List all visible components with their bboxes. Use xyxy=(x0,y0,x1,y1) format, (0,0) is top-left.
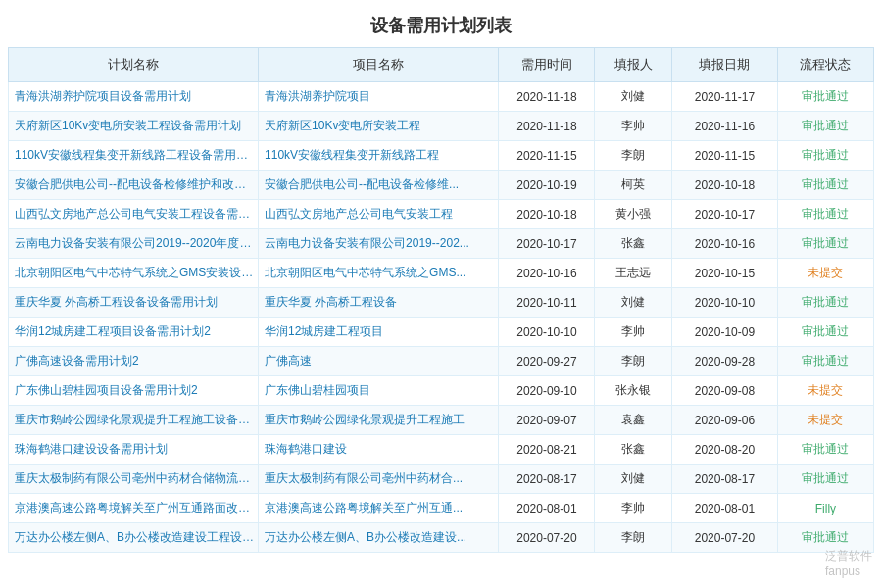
col-header-time: 需用时间 xyxy=(499,48,595,82)
col-header-project: 项目名称 xyxy=(259,48,499,82)
table-row: 重庆太极制药有限公司亳州中药材合储物流基...重庆太极制药有限公司亳州中药材合.… xyxy=(9,465,874,494)
cell-plan[interactable]: 天府新区10Kv变电所安装工程设备需用计划 xyxy=(9,112,259,141)
cell-plan[interactable]: 安徽合肥供电公司--配电设备检修维护和改造... xyxy=(9,171,259,200)
cell-status: 未提交 xyxy=(777,376,873,406)
cell-date: 2020-09-08 xyxy=(671,376,777,406)
cell-reporter: 李朗 xyxy=(595,141,671,171)
cell-status: 审批通过 xyxy=(777,435,873,465)
cell-time: 2020-11-18 xyxy=(499,112,595,141)
cell-reporter: 刘健 xyxy=(595,82,671,112)
table-row: 华润12城房建工程项目设备需用计划2华润12城房建工程项目2020-10-10李… xyxy=(9,318,874,347)
cell-plan[interactable]: 重庆市鹅岭公园绿化景观提升工程施工设备需... xyxy=(9,406,259,435)
cell-date: 2020-10-09 xyxy=(671,318,777,347)
cell-time: 2020-09-27 xyxy=(499,347,595,376)
cell-reporter: 张鑫 xyxy=(595,435,671,465)
cell-date: 2020-10-15 xyxy=(671,259,777,288)
cell-plan[interactable]: 110kV安徽线程集变开新线路工程设备需用计划 xyxy=(9,141,259,171)
main-table: 计划名称 项目名称 需用时间 填报人 填报日期 流程状态 青海洪湖养护院项目设备… xyxy=(8,47,874,553)
table-row: 万达办公楼左侧A、B办公楼改造建设工程设备...万达办公楼左侧A、B办公楼改造建… xyxy=(9,523,874,553)
col-header-reporter: 填报人 xyxy=(595,48,671,82)
table-row: 重庆华夏 外高桥工程设备设备需用计划重庆华夏 外高桥工程设备2020-10-11… xyxy=(9,288,874,318)
cell-date: 2020-08-01 xyxy=(671,494,777,523)
table-row: 北京朝阳区电气中芯特气系统之GMS安装设备...北京朝阳区电气中芯特气系统之GM… xyxy=(9,259,874,288)
cell-plan[interactable]: 珠海鹤港口建设设备需用计划 xyxy=(9,435,259,465)
cell-project[interactable]: 重庆华夏 外高桥工程设备 xyxy=(259,288,499,318)
table-row: 云南电力设备安装有限公司2019--2020年度芳...云南电力设备安装有限公司… xyxy=(9,229,874,259)
cell-project[interactable]: 山西弘文房地产总公司电气安装工程 xyxy=(259,200,499,229)
cell-reporter: 柯英 xyxy=(595,171,671,200)
cell-status: 审批通过 xyxy=(777,465,873,494)
cell-project[interactable]: 110kV安徽线程集变开新线路工程 xyxy=(259,141,499,171)
cell-time: 2020-10-17 xyxy=(499,229,595,259)
cell-plan[interactable]: 青海洪湖养护院项目设备需用计划 xyxy=(9,82,259,112)
table-row: 广东佛山碧桂园项目设备需用计划2广东佛山碧桂园项目2020-09-10张永银20… xyxy=(9,376,874,406)
cell-time: 2020-10-10 xyxy=(499,318,595,347)
col-header-status: 流程状态 xyxy=(777,48,873,82)
cell-status: 审批通过 xyxy=(777,141,873,171)
cell-reporter: 李帅 xyxy=(595,494,671,523)
watermark-text: 泛普软件fanpus xyxy=(825,548,872,578)
cell-plan[interactable]: 山西弘文房地产总公司电气安装工程设备需用... xyxy=(9,200,259,229)
cell-time: 2020-10-16 xyxy=(499,259,595,288)
table-body: 青海洪湖养护院项目设备需用计划青海洪湖养护院项目2020-11-18刘健2020… xyxy=(9,82,874,553)
cell-date: 2020-07-20 xyxy=(671,523,777,553)
cell-reporter: 李朗 xyxy=(595,523,671,553)
cell-date: 2020-10-16 xyxy=(671,229,777,259)
table-row: 110kV安徽线程集变开新线路工程设备需用计划110kV安徽线程集变开新线路工程… xyxy=(9,141,874,171)
cell-time: 2020-11-18 xyxy=(499,82,595,112)
cell-project[interactable]: 广佛高速 xyxy=(259,347,499,376)
table-row: 安徽合肥供电公司--配电设备检修维护和改造...安徽合肥供电公司--配电设备检修… xyxy=(9,171,874,200)
cell-date: 2020-09-28 xyxy=(671,347,777,376)
cell-reporter: 刘健 xyxy=(595,288,671,318)
cell-project[interactable]: 北京朝阳区电气中芯特气系统之GMS... xyxy=(259,259,499,288)
cell-status: 审批通过 xyxy=(777,112,873,141)
cell-plan[interactable]: 万达办公楼左侧A、B办公楼改造建设工程设备... xyxy=(9,523,259,553)
cell-project[interactable]: 重庆太极制药有限公司亳州中药材合... xyxy=(259,465,499,494)
cell-reporter: 李朗 xyxy=(595,347,671,376)
table-row: 广佛高速设备需用计划2广佛高速2020-09-27李朗2020-09-28审批通… xyxy=(9,347,874,376)
cell-project[interactable]: 广东佛山碧桂园项目 xyxy=(259,376,499,406)
cell-time: 2020-09-07 xyxy=(499,406,595,435)
table-row: 珠海鹤港口建设设备需用计划珠海鹤港口建设2020-08-21张鑫2020-08-… xyxy=(9,435,874,465)
cell-status: 未提交 xyxy=(777,406,873,435)
cell-plan[interactable]: 北京朝阳区电气中芯特气系统之GMS安装设备... xyxy=(9,259,259,288)
cell-plan[interactable]: 重庆华夏 外高桥工程设备设备需用计划 xyxy=(9,288,259,318)
cell-reporter: 张永银 xyxy=(595,376,671,406)
cell-status: 审批通过 xyxy=(777,171,873,200)
cell-reporter: 张鑫 xyxy=(595,229,671,259)
cell-status: 审批通过 xyxy=(777,82,873,112)
cell-project[interactable]: 天府新区10Kv变电所安装工程 xyxy=(259,112,499,141)
page-title: 设备需用计划列表 xyxy=(0,0,882,47)
cell-project[interactable]: 重庆市鹅岭公园绿化景观提升工程施工 xyxy=(259,406,499,435)
cell-status: 审批通过 xyxy=(777,347,873,376)
table-row: 京港澳高速公路粤境解关至广州互通路面改造...京港澳高速公路粤境解关至广州互通.… xyxy=(9,494,874,523)
cell-plan[interactable]: 京港澳高速公路粤境解关至广州互通路面改造... xyxy=(9,494,259,523)
cell-project[interactable]: 安徽合肥供电公司--配电设备检修维... xyxy=(259,171,499,200)
col-header-date: 填报日期 xyxy=(671,48,777,82)
cell-date: 2020-11-17 xyxy=(671,82,777,112)
cell-time: 2020-10-18 xyxy=(499,200,595,229)
cell-reporter: 黄小强 xyxy=(595,200,671,229)
cell-date: 2020-08-20 xyxy=(671,435,777,465)
cell-project[interactable]: 云南电力设备安装有限公司2019--202... xyxy=(259,229,499,259)
cell-date: 2020-11-15 xyxy=(671,141,777,171)
cell-plan[interactable]: 华润12城房建工程项目设备需用计划2 xyxy=(9,318,259,347)
cell-status: 审批通过 xyxy=(777,229,873,259)
cell-time: 2020-11-15 xyxy=(499,141,595,171)
cell-plan[interactable]: 广东佛山碧桂园项目设备需用计划2 xyxy=(9,376,259,406)
cell-plan[interactable]: 云南电力设备安装有限公司2019--2020年度芳... xyxy=(9,229,259,259)
cell-project[interactable]: 青海洪湖养护院项目 xyxy=(259,82,499,112)
cell-project[interactable]: 珠海鹤港口建设 xyxy=(259,435,499,465)
cell-plan[interactable]: 广佛高速设备需用计划2 xyxy=(9,347,259,376)
cell-time: 2020-07-20 xyxy=(499,523,595,553)
cell-project[interactable]: 华润12城房建工程项目 xyxy=(259,318,499,347)
cell-project[interactable]: 万达办公楼左侧A、B办公楼改造建设... xyxy=(259,523,499,553)
col-header-plan: 计划名称 xyxy=(9,48,259,82)
cell-status: 审批通过 xyxy=(777,200,873,229)
table-row: 青海洪湖养护院项目设备需用计划青海洪湖养护院项目2020-11-18刘健2020… xyxy=(9,82,874,112)
cell-time: 2020-09-10 xyxy=(499,376,595,406)
cell-plan[interactable]: 重庆太极制药有限公司亳州中药材合储物流基... xyxy=(9,465,259,494)
cell-project[interactable]: 京港澳高速公路粤境解关至广州互通... xyxy=(259,494,499,523)
cell-date: 2020-11-16 xyxy=(671,112,777,141)
cell-status: 审批通过 xyxy=(777,318,873,347)
